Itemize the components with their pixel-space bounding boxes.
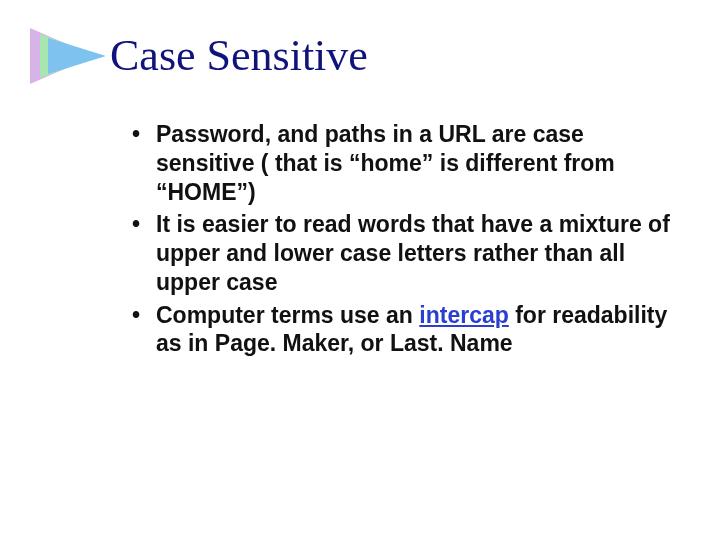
bullet-item: Computer terms use an intercap for reada… [128, 301, 688, 359]
bullet-text-part: Computer terms use an [156, 302, 419, 328]
svg-marker-2 [48, 38, 106, 74]
bullet-item: It is easier to read words that have a m… [128, 210, 688, 296]
bullet-item: Password, and paths in a URL are case se… [128, 120, 688, 206]
slide-body: Password, and paths in a URL are case se… [128, 120, 688, 362]
intercap-link[interactable]: intercap [419, 302, 508, 328]
slide: Case Sensitive Password, and paths in a … [0, 0, 720, 540]
slide-title: Case Sensitive [110, 30, 368, 81]
corner-triangle-icon [30, 28, 108, 84]
